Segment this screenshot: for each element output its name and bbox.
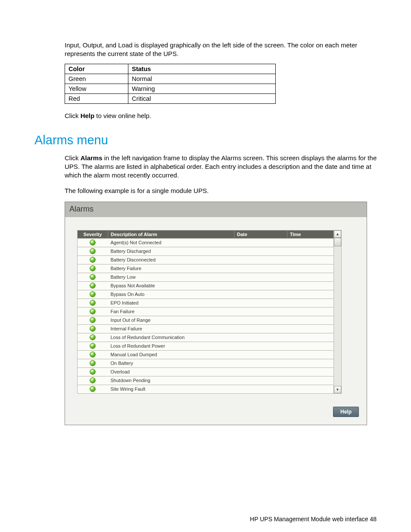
- ok-icon: [90, 334, 96, 340]
- alarm-row[interactable]: Internal Failure: [78, 324, 334, 333]
- alarm-row[interactable]: Battery Discharged: [78, 247, 334, 255]
- date-cell: [234, 255, 287, 264]
- ok-icon: [90, 317, 96, 323]
- ok-icon: [90, 283, 96, 289]
- help-button[interactable]: Help: [333, 407, 359, 417]
- date-cell: [234, 385, 287, 393]
- date-cell: [234, 342, 287, 350]
- time-cell: [287, 376, 334, 385]
- scroll-down-button[interactable]: ▼: [334, 386, 341, 393]
- col-time-header[interactable]: Time: [287, 230, 334, 238]
- date-cell: [234, 290, 287, 299]
- description-cell: Shutdown Pending: [108, 376, 234, 385]
- alarms-screenshot: Alarms Severity Description of Alarm Dat…: [65, 202, 367, 425]
- description-cell: Input Out of Range: [108, 316, 234, 324]
- date-cell: [234, 316, 287, 324]
- time-cell: [287, 273, 334, 281]
- ok-icon: [90, 274, 96, 280]
- status-cell: Warning: [128, 84, 276, 93]
- description-cell: Loss of Redundant Power: [108, 342, 234, 350]
- col-severity-header[interactable]: Severity: [78, 230, 108, 238]
- status-cell: Normal: [128, 74, 276, 84]
- date-cell: [234, 367, 287, 376]
- alarm-row[interactable]: Input Out of Range: [78, 316, 334, 324]
- ok-icon: [90, 352, 96, 358]
- col-description-header[interactable]: Description of Alarm: [108, 230, 234, 238]
- color-header: Color: [65, 64, 128, 74]
- time-cell: [287, 350, 334, 359]
- severity-cell: [78, 333, 108, 342]
- date-cell: [234, 247, 287, 255]
- ok-icon: [90, 343, 96, 349]
- date-cell: [234, 264, 287, 273]
- page-footer: HP UPS Management Module web interface 4…: [34, 516, 377, 523]
- ok-icon: [90, 248, 96, 254]
- time-cell: [287, 342, 334, 350]
- severity-cell: [78, 342, 108, 350]
- date-cell: [234, 273, 287, 281]
- severity-cell: [78, 264, 108, 273]
- alarm-row[interactable]: Bypass On Auto: [78, 290, 334, 299]
- ok-icon: [90, 240, 96, 246]
- alarm-row[interactable]: On Battery: [78, 359, 334, 367]
- scroll-thumb[interactable]: [334, 238, 341, 246]
- description-cell: EPO Initiated: [108, 299, 234, 307]
- time-cell: [287, 247, 334, 255]
- time-cell: [287, 238, 334, 247]
- time-cell: [287, 299, 334, 307]
- alarms-menu-heading: Alarms menu: [34, 133, 381, 147]
- alarm-row[interactable]: Battery Failure: [78, 264, 334, 273]
- date-cell: [234, 376, 287, 385]
- severity-cell: [78, 316, 108, 324]
- description-cell: Manual Load Dumped: [108, 350, 234, 359]
- time-cell: [287, 307, 334, 316]
- description-cell: Loss of Redundant Communication: [108, 333, 234, 342]
- alarm-row[interactable]: Overload: [78, 367, 334, 376]
- alarm-row[interactable]: Agent(s) Not Connected: [78, 238, 334, 247]
- alarm-row[interactable]: Battery Low: [78, 273, 334, 281]
- alarm-row[interactable]: Shutdown Pending: [78, 376, 334, 385]
- ok-icon: [90, 377, 96, 383]
- color-cell: Yellow: [65, 84, 128, 93]
- time-cell: [287, 359, 334, 367]
- color-status-table: Color Status Green Normal Yellow Warning…: [65, 64, 276, 104]
- time-cell: [287, 264, 334, 273]
- alarm-row[interactable]: Manual Load Dumped: [78, 350, 334, 359]
- severity-cell: [78, 290, 108, 299]
- alarm-row[interactable]: Site Wiring Fault: [78, 385, 334, 393]
- date-cell: [234, 238, 287, 247]
- col-date-header[interactable]: Date: [234, 230, 287, 238]
- severity-cell: [78, 255, 108, 264]
- alarms-paragraph-2: The following example is for a single mo…: [65, 187, 381, 195]
- severity-cell: [78, 281, 108, 290]
- date-cell: [234, 299, 287, 307]
- alarms-bold: Alarms: [81, 154, 103, 162]
- alarms-paragraph-1: Click Alarms in the left navigation fram…: [65, 154, 381, 180]
- intro-paragraph: Input, Output, and Load is displayed gra…: [65, 41, 381, 59]
- severity-cell: [78, 273, 108, 281]
- alarm-row[interactable]: Loss of Redundant Power: [78, 342, 334, 350]
- time-cell: [287, 333, 334, 342]
- alarm-row[interactable]: Bypass Not Available: [78, 281, 334, 290]
- date-cell: [234, 350, 287, 359]
- alarm-row[interactable]: Fan Failure: [78, 307, 334, 316]
- severity-cell: [78, 385, 108, 393]
- scroll-up-button[interactable]: ▲: [334, 230, 341, 238]
- alarm-row[interactable]: EPO Initiated: [78, 299, 334, 307]
- ok-icon: [90, 265, 96, 271]
- alarms-table: Severity Description of Alarm Date Time …: [77, 230, 334, 394]
- alarm-row[interactable]: Battery Disconnected: [78, 255, 334, 264]
- severity-cell: [78, 350, 108, 359]
- description-cell: Battery Failure: [108, 264, 234, 273]
- ok-icon: [90, 291, 96, 297]
- scrollbar[interactable]: ▲ ▼: [334, 230, 342, 394]
- severity-cell: [78, 376, 108, 385]
- help-line: Click Help to view online help.: [65, 112, 381, 120]
- ok-icon: [90, 360, 96, 366]
- severity-cell: [78, 367, 108, 376]
- severity-cell: [78, 359, 108, 367]
- ok-icon: [90, 326, 96, 332]
- alarm-row[interactable]: Loss of Redundant Communication: [78, 333, 334, 342]
- status-header: Status: [128, 64, 276, 74]
- time-cell: [287, 385, 334, 393]
